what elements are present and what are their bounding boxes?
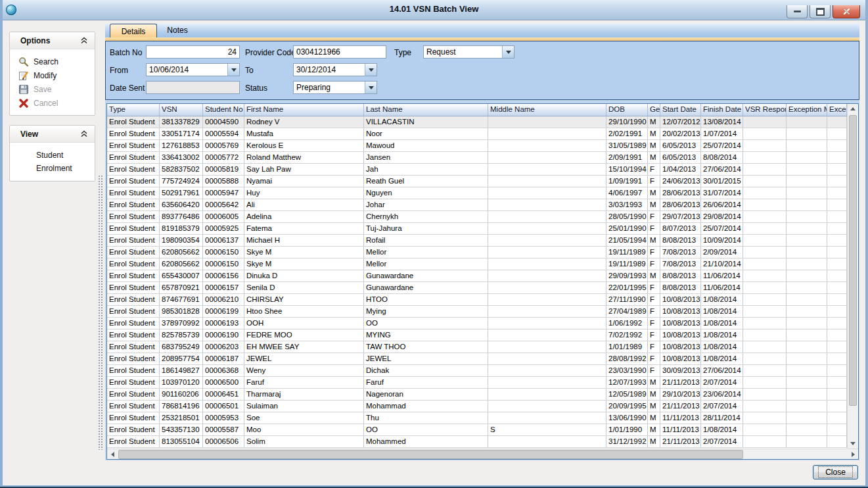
grid-cell[interactable] xyxy=(827,164,847,176)
grid-cell[interactable] xyxy=(827,152,847,164)
grid-cell[interactable]: MYING xyxy=(364,329,488,341)
column-header[interactable]: First Name xyxy=(244,104,364,116)
grid-cell[interactable]: 00006210 xyxy=(203,294,244,306)
grid-cell[interactable] xyxy=(787,377,827,389)
grid-cell[interactable] xyxy=(787,294,827,306)
column-header[interactable]: Type xyxy=(107,104,160,116)
chevron-down-icon[interactable] xyxy=(365,82,377,93)
chevron-down-icon[interactable] xyxy=(502,46,514,58)
grid-row[interactable]: Enrol Student89377648600006005AdelinaChe… xyxy=(107,211,847,223)
status-select[interactable]: Preparing xyxy=(293,81,377,94)
grid-cell[interactable]: 00006500 xyxy=(203,377,244,389)
grid-row[interactable]: Enrol Student77572492400005888NyamaiReat… xyxy=(107,176,847,187)
grid-cell[interactable]: 8/08/2013 xyxy=(660,282,701,294)
grid-cell[interactable]: 00004590 xyxy=(203,116,244,128)
grid-row[interactable]: Enrol Student54335713000005587MooOOS1/01… xyxy=(107,424,847,436)
grid-cell[interactable]: 1/08/2014 xyxy=(701,294,743,306)
grid-cell[interactable] xyxy=(827,258,847,270)
grid-row[interactable]: Enrol Student98530182800006199Htoo SheeM… xyxy=(107,306,847,318)
grid-cell[interactable]: Ali xyxy=(244,199,364,211)
view-panel-header[interactable]: View xyxy=(10,126,95,143)
grid-cell[interactable] xyxy=(787,152,827,164)
grid-cell[interactable]: 381337829 xyxy=(160,116,203,128)
grid-cell[interactable] xyxy=(787,282,827,294)
grid-cell[interactable] xyxy=(827,329,847,341)
grid-cell[interactable]: M xyxy=(648,152,660,164)
grid-cell[interactable] xyxy=(743,282,787,294)
grid-cell[interactable] xyxy=(827,128,847,140)
grid-cell[interactable]: VILLACASTIN xyxy=(364,116,488,128)
chevron-down-icon[interactable] xyxy=(365,64,377,76)
grid-cell[interactable]: Gunawardane xyxy=(364,282,488,294)
grid-cell[interactable]: Johar xyxy=(364,199,488,211)
grid-cell[interactable]: Mellor xyxy=(364,258,488,270)
grid-cell[interactable]: 11/06/2014 xyxy=(701,270,743,282)
grid-cell[interactable]: 819185379 xyxy=(160,223,203,235)
grid-cell[interactable] xyxy=(827,306,847,318)
grid-cell[interactable]: 25/01/1990 xyxy=(606,223,648,235)
grid-cell[interactable] xyxy=(488,164,606,176)
grid-cell[interactable] xyxy=(743,365,787,377)
grid-cell[interactable]: 00006190 xyxy=(203,329,244,341)
grid-cell[interactable] xyxy=(488,247,606,258)
grid-cell[interactable]: Weny xyxy=(244,365,364,377)
grid-cell[interactable]: Nagenoran xyxy=(364,389,488,401)
grid-row[interactable]: Enrol Student19809035400006137Michael HR… xyxy=(107,235,847,247)
grid-row[interactable]: Enrol Student37897099200006193OOHOO1/06/… xyxy=(107,318,847,329)
grid-cell[interactable]: Jansen xyxy=(364,152,488,164)
grid-cell[interactable]: 21/05/1994 xyxy=(606,235,648,247)
grid-cell[interactable]: 00006501 xyxy=(203,401,244,412)
grid-cell[interactable]: 10/08/2013 xyxy=(660,353,701,365)
grid-cell[interactable] xyxy=(787,270,827,282)
grid-cell[interactable]: M xyxy=(648,128,660,140)
column-header[interactable]: Start Date xyxy=(660,104,701,116)
close-button[interactable]: Close xyxy=(813,465,858,479)
grid-cell[interactable] xyxy=(743,176,787,187)
grid-cell[interactable]: 893776486 xyxy=(160,211,203,223)
grid-cell[interactable]: 683795249 xyxy=(160,341,203,353)
to-date-select[interactable]: 30/12/2014 xyxy=(293,63,377,76)
grid-cell[interactable] xyxy=(488,353,606,365)
grid-cell[interactable]: Moo xyxy=(244,424,364,436)
grid-cell[interactable]: 7/08/2013 xyxy=(660,247,701,258)
grid-cell[interactable]: 813055104 xyxy=(160,436,203,448)
grid-cell[interactable]: OO xyxy=(364,318,488,329)
grid-cell[interactable]: Nguyen xyxy=(364,187,488,199)
grid-cell[interactable] xyxy=(488,436,606,448)
grid-cell[interactable]: 2/09/2014 xyxy=(701,247,743,258)
provider-code-input[interactable] xyxy=(293,45,386,59)
grid-cell[interactable] xyxy=(488,365,606,377)
grid-cell[interactable] xyxy=(488,223,606,235)
grid-row[interactable]: Enrol Student58283750200005819Say Lah Pa… xyxy=(107,164,847,176)
grid-row[interactable]: Enrol Student12761885300005769Kerolous E… xyxy=(107,140,847,152)
grid-cell[interactable] xyxy=(827,247,847,258)
grid-cell[interactable] xyxy=(743,140,787,152)
grid-cell[interactable]: 27/06/2014 xyxy=(701,164,743,176)
grid-cell[interactable]: 31/05/1989 xyxy=(606,140,648,152)
grid-cell[interactable] xyxy=(488,329,606,341)
grid-row[interactable]: Enrol Student78681419600006501SulaimanMo… xyxy=(107,401,847,412)
grid-cell[interactable]: 8/07/2013 xyxy=(660,223,701,235)
column-header[interactable]: Exception M xyxy=(787,104,827,116)
grid-cell[interactable]: F xyxy=(648,223,660,235)
grid-row[interactable]: Enrol Student38133782900004590Rodney VVI… xyxy=(107,116,847,128)
grid-cell[interactable]: 28/05/1990 xyxy=(606,211,648,223)
grid-cell[interactable] xyxy=(743,211,787,223)
grid-cell[interactable]: 186149827 xyxy=(160,365,203,377)
grid-cell[interactable]: Say Lah Paw xyxy=(244,164,364,176)
grid-cell[interactable]: 1/07/2014 xyxy=(701,128,743,140)
grid-cell[interactable]: M xyxy=(648,412,660,424)
collapse-chevron-icon[interactable] xyxy=(80,130,88,137)
grid-cell[interactable]: 7/02/1992 xyxy=(606,329,648,341)
grid-cell[interactable]: Faruf xyxy=(244,377,364,389)
grid-cell[interactable] xyxy=(488,401,606,412)
grid-cell[interactable]: M xyxy=(648,401,660,412)
grid-cell[interactable]: 985301828 xyxy=(160,306,203,318)
grid-cell[interactable]: 00005642 xyxy=(203,199,244,211)
grid-cell[interactable]: 25/07/2014 xyxy=(701,223,743,235)
scroll-down-button[interactable] xyxy=(848,439,858,449)
grid-cell[interactable] xyxy=(787,199,827,211)
grid-cell[interactable] xyxy=(787,389,827,401)
grid-cell[interactable]: 378970992 xyxy=(160,318,203,329)
grid-cell[interactable] xyxy=(743,187,787,199)
